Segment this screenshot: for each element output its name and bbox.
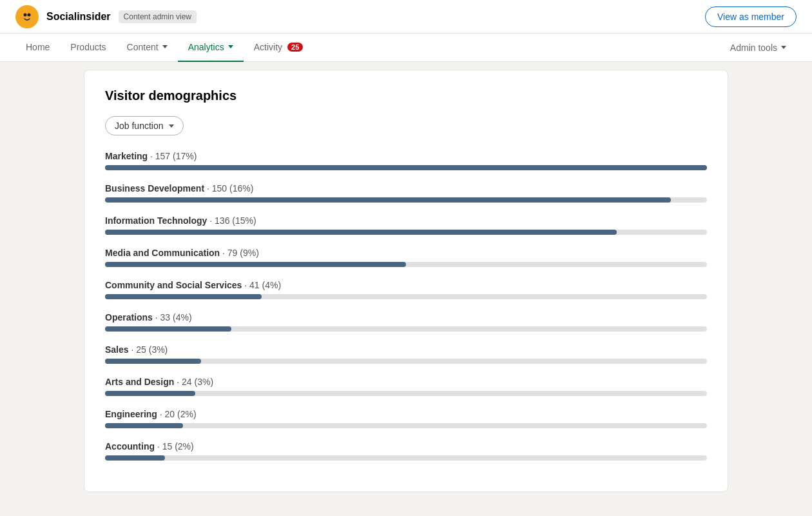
brand-name: Socialinsider: [46, 11, 111, 23]
bar-label: Operations · 33 (4%): [105, 312, 707, 322]
bar-row: Accounting · 15 (2%): [105, 441, 707, 461]
bar-stats: · 157 (17%): [148, 151, 197, 161]
svg-point-1: [24, 13, 27, 16]
bar-track: [105, 262, 707, 267]
bar-name: Sales: [105, 344, 129, 355]
nav-item-analytics[interactable]: Analytics: [178, 34, 244, 62]
bar-row: Arts and Design · 24 (3%): [105, 377, 707, 396]
nav-left: Home Products Content Analytics Activity…: [15, 34, 313, 62]
bar-label: Business Development · 150 (16%): [105, 183, 707, 194]
nav-right: Admin tools: [720, 35, 797, 61]
svg-point-0: [20, 10, 34, 24]
bar-stats: · 136 (15%): [207, 215, 256, 226]
bar-fill: [105, 391, 195, 396]
bar-fill: [105, 230, 617, 235]
bar-track: [105, 326, 707, 332]
bar-fill: [105, 359, 201, 364]
admin-tools-chevron-icon: [781, 46, 786, 49]
navigation: Home Products Content Analytics Activity…: [0, 34, 812, 62]
bar-name: Community and Social Services: [105, 280, 242, 290]
bar-track: [105, 197, 707, 203]
bar-stats: · 33 (4%): [153, 312, 192, 322]
bar-row: Operations · 33 (4%): [105, 312, 707, 332]
bar-track: [105, 294, 707, 299]
bar-label: Community and Social Services · 41 (4%): [105, 280, 707, 290]
bar-track: [105, 391, 707, 396]
bar-name: Accounting: [105, 441, 155, 452]
bar-stats: · 20 (2%): [157, 409, 197, 419]
bar-name: Media and Communication: [105, 248, 220, 258]
admin-badge: Content admin view: [119, 10, 197, 23]
bar-track: [105, 230, 707, 235]
nav-item-home[interactable]: Home: [15, 34, 60, 62]
logo: [15, 5, 39, 28]
header-left: Socialinsider Content admin view: [15, 5, 197, 28]
logo-icon: [19, 9, 35, 25]
bar-name: Marketing: [105, 151, 148, 161]
bar-name: Arts and Design: [105, 377, 174, 387]
nav-item-activity[interactable]: Activity 25: [244, 34, 314, 62]
bar-name: Information Technology: [105, 215, 207, 226]
bar-label: Media and Communication · 79 (9%): [105, 248, 707, 258]
admin-tools-menu[interactable]: Admin tools: [720, 35, 797, 61]
bar-track: [105, 359, 707, 364]
bar-row: Community and Social Services · 41 (4%): [105, 280, 707, 299]
bar-row: Business Development · 150 (16%): [105, 183, 707, 203]
nav-label-home: Home: [26, 42, 50, 52]
bar-stats: · 79 (9%): [220, 248, 259, 258]
bar-row: Engineering · 20 (2%): [105, 409, 707, 428]
bar-name: Engineering: [105, 409, 157, 419]
nav-label-analytics: Analytics: [188, 42, 224, 52]
nav-label-products: Products: [70, 42, 106, 52]
analytics-chevron-icon: [228, 45, 233, 48]
activity-badge: 25: [287, 43, 303, 52]
bar-row: Media and Communication · 79 (9%): [105, 248, 707, 267]
bar-row: Information Technology · 136 (15%): [105, 215, 707, 235]
bar-fill: [105, 423, 183, 428]
bar-fill: [105, 262, 406, 267]
bar-label: Sales · 25 (3%): [105, 344, 707, 355]
main-content: Visitor demographics Job function Market…: [84, 70, 728, 492]
content-chevron-icon: [162, 45, 168, 48]
bar-fill: [105, 165, 707, 170]
bar-label: Engineering · 20 (2%): [105, 409, 707, 419]
bar-track: [105, 165, 707, 170]
bar-fill: [105, 197, 671, 203]
bar-label: Marketing · 157 (17%): [105, 151, 707, 161]
bar-row: Marketing · 157 (17%): [105, 151, 707, 170]
header: Socialinsider Content admin view View as…: [0, 0, 812, 34]
bar-fill: [105, 326, 231, 332]
job-function-filter-button[interactable]: Job function: [105, 116, 184, 135]
bar-label: Arts and Design · 24 (3%): [105, 377, 707, 387]
bar-stats: · 24 (3%): [174, 377, 213, 387]
admin-tools-label: Admin tools: [730, 43, 777, 53]
demographics-bars: Marketing · 157 (17%)Business Developmen…: [105, 151, 707, 461]
bar-stats: · 150 (16%): [204, 183, 253, 194]
bar-row: Sales · 25 (3%): [105, 344, 707, 364]
page-title: Visitor demographics: [105, 88, 707, 103]
nav-label-activity: Activity: [254, 42, 282, 52]
bar-stats: · 15 (2%): [155, 441, 194, 452]
bar-stats: · 41 (4%): [242, 280, 281, 290]
bar-fill: [105, 294, 262, 299]
bar-label: Accounting · 15 (2%): [105, 441, 707, 452]
bar-name: Business Development: [105, 183, 204, 194]
nav-item-products[interactable]: Products: [60, 34, 116, 62]
bar-stats: · 25 (3%): [129, 344, 168, 355]
filter-chevron-icon: [169, 124, 174, 128]
content-wrapper: Visitor demographics Job function Market…: [45, 70, 767, 492]
bar-label: Information Technology · 136 (15%): [105, 215, 707, 226]
bar-track: [105, 423, 707, 428]
nav-label-content: Content: [127, 42, 159, 52]
view-as-member-button[interactable]: View as member: [705, 6, 797, 27]
svg-point-2: [28, 13, 31, 16]
bar-name: Operations: [105, 312, 153, 322]
bar-track: [105, 455, 707, 461]
nav-item-content[interactable]: Content: [117, 34, 178, 62]
bar-fill: [105, 455, 165, 461]
filter-label: Job function: [115, 121, 164, 131]
